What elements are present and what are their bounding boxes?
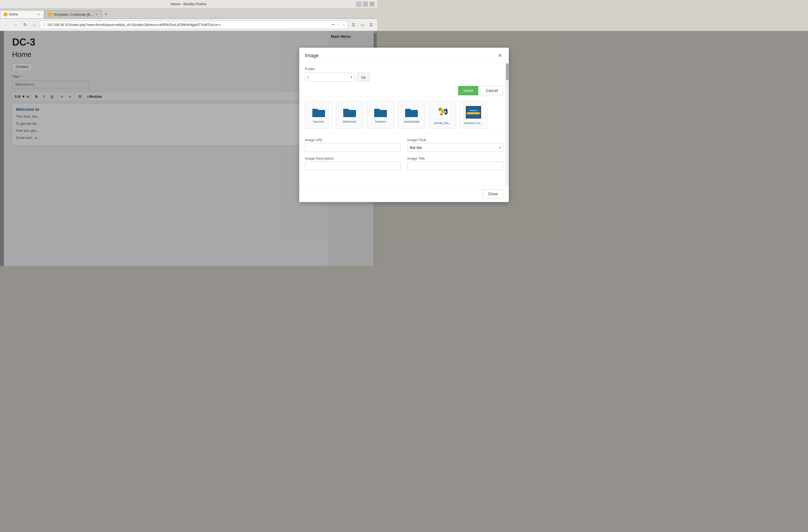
- back-button[interactable]: ←: [2, 21, 10, 29]
- browser-titlebar: Home - Mozilla Firefox – □ ✕: [0, 0, 377, 8]
- bookmarks-icon[interactable]: ☰: [350, 21, 357, 29]
- image-url-group: Image URL: [305, 138, 377, 152]
- star-icon: ☆: [342, 23, 346, 27]
- folder-select[interactable]: /: [305, 73, 354, 81]
- image-modal: Image ✕ Folder / Up Insert: [299, 48, 377, 202]
- reload-button[interactable]: ↻: [21, 21, 29, 29]
- file-grid: banners biblestudy headers: [305, 96, 377, 133]
- navbar: ← → ↻ ⌂ ⓘ 192.168.56.101/index.php?view=…: [0, 19, 377, 31]
- folder-icon-headers: [374, 107, 377, 118]
- nav-right-buttons: ☰ ▭ ☰: [350, 21, 375, 29]
- new-tab-button[interactable]: +: [102, 10, 110, 19]
- folder-label: Folder: [305, 67, 377, 71]
- image-desc-group: Image Description: [305, 156, 377, 170]
- tab-home[interactable]: J Home ✕: [0, 10, 44, 19]
- image-url-input[interactable]: [305, 143, 377, 152]
- modal-footer: Close: [299, 186, 377, 202]
- svg-text:J: J: [5, 13, 6, 16]
- folder-controls: / Up: [305, 73, 377, 81]
- image-url-label: Image URL: [305, 138, 377, 142]
- home-button[interactable]: ⌂: [30, 21, 38, 29]
- file-name-biblestudy: biblestudy: [342, 120, 357, 123]
- modal-body: Folder / Up Insert Cancel: [299, 62, 377, 186]
- address-bar[interactable]: ⓘ 192.168.56.101/index.php?view=form&lay…: [40, 21, 348, 29]
- security-icon: ⓘ: [42, 22, 45, 27]
- folder-section: Folder / Up: [305, 67, 377, 81]
- file-name-headers: headers: [374, 120, 377, 123]
- browser-title: Home - Mozilla Firefox: [171, 2, 206, 6]
- tab-close-templates[interactable]: ✕: [94, 13, 98, 17]
- form-section: Image URL Image Float Not Set Left Right…: [305, 138, 377, 170]
- image-desc-label: Image Description: [305, 156, 377, 161]
- image-desc-input[interactable]: [305, 162, 377, 170]
- close-button[interactable]: ✕: [369, 2, 374, 7]
- modal-title: Image: [305, 53, 319, 58]
- modal-header: Image ✕: [299, 48, 377, 62]
- tab-favicon-home: J: [4, 13, 7, 16]
- url-display: 192.168.56.101/index.php?view=form&layou…: [47, 23, 330, 27]
- file-item-banners[interactable]: banners: [305, 101, 332, 129]
- form-row-1: Image URL Image Float Not Set Left Right…: [305, 138, 377, 152]
- file-item-headers[interactable]: headers: [367, 101, 377, 129]
- folder-icon-banners: [312, 107, 326, 118]
- sync-icon[interactable]: ▭: [359, 21, 366, 29]
- tab-label-home: Home: [9, 13, 18, 16]
- action-buttons: Insert Cancel: [305, 86, 377, 95]
- file-item-biblestudy[interactable]: biblestudy: [336, 101, 363, 129]
- minimize-button[interactable]: –: [356, 2, 361, 7]
- tab-favicon-templates: J: [48, 13, 52, 17]
- svg-text:J: J: [49, 14, 50, 16]
- forward-button[interactable]: →: [12, 21, 19, 29]
- bookmark-heart-icon: ♡: [337, 23, 340, 27]
- maximize-button[interactable]: □: [363, 2, 368, 7]
- tab-label-templates: Templates: Customise (B...: [53, 13, 93, 17]
- tab-close-home[interactable]: ✕: [37, 13, 41, 16]
- up-button[interactable]: Up: [357, 73, 370, 81]
- form-row-2: Image Description Image Title: [305, 156, 377, 170]
- window-controls[interactable]: – □ ✕: [356, 2, 374, 7]
- modal-overlay: Image ✕ Folder / Up Insert: [0, 31, 377, 266]
- tab-templates[interactable]: J Templates: Customise (B... ✕: [44, 10, 102, 19]
- menu-icon[interactable]: ☰: [367, 21, 375, 29]
- more-options-icon: •••: [331, 23, 335, 27]
- tabbar: J Home ✕ J Templates: Customise (B... ✕ …: [0, 8, 377, 19]
- file-name-banners: banners: [312, 120, 325, 123]
- folder-icon-biblestudy: [343, 107, 356, 118]
- folder-select-wrap: /: [305, 73, 354, 81]
